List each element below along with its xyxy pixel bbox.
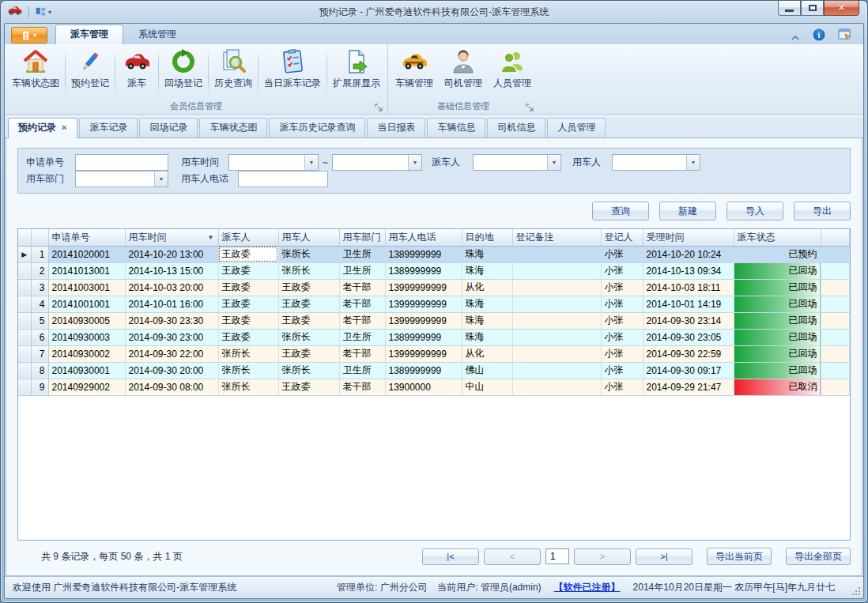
cell-accept_time[interactable]: 2014-10-01 14:19 [643,296,734,312]
cell-phone[interactable]: 1389999999 [385,246,462,262]
cell-accept_time[interactable]: 2014-10-03 18:11 [643,279,734,296]
cell-dept[interactable]: 卫生所 [339,262,385,279]
row-indicator-cell[interactable] [18,312,31,329]
last-page-button[interactable]: >| [636,548,693,565]
application-menu-button[interactable]: ▾ [11,27,47,43]
next-page-button[interactable]: > [574,548,631,565]
table-row[interactable]: 7201409300022014-09-30 22:00张所长王政委老干部139… [18,345,850,362]
cell-dest[interactable]: 珠海 [462,312,512,329]
cell-remark[interactable] [512,345,601,362]
cell-phone[interactable]: 1389999999 [385,329,462,345]
cell-apply_no[interactable]: 20140930003 [48,329,125,345]
dialog-launcher-icon[interactable] [375,103,383,111]
column-header-phone[interactable]: 用车人电话 [385,229,462,246]
cell-dept[interactable]: 老干部 [339,296,385,312]
cell-dispatcher[interactable]: 张所长 [218,345,278,362]
column-header-dest[interactable]: 目的地 [462,229,512,246]
row-number-cell[interactable]: 7 [31,345,48,362]
cell-use_time[interactable]: 2014-10-13 15:00 [125,262,218,279]
query-button[interactable]: 查询 [592,202,649,220]
return-register-button[interactable]: 回场登记 [159,46,208,100]
cell-remark[interactable] [512,379,601,395]
cell-apply_no[interactable]: 20140930002 [48,345,125,362]
cell-use_time[interactable]: 2014-09-30 08:00 [125,379,218,395]
use-time-from-combo[interactable]: ▼ [228,154,319,171]
cell-registrar[interactable]: 小张 [601,379,643,395]
cell-remark[interactable] [512,329,601,345]
column-header-dept[interactable]: 用车部门 [339,229,385,246]
dialog-launcher-icon[interactable] [526,103,534,111]
tab-personnel-management[interactable]: 人员管理 [547,118,606,138]
cell-user[interactable]: 张所长 [278,246,339,262]
tab-dispatch-records[interactable]: 派车记录 [79,118,138,138]
cell-user[interactable]: 张所长 [278,329,339,345]
prev-page-button[interactable]: < [484,548,541,565]
restore-button[interactable] [801,1,824,16]
cell-dest[interactable]: 珠海 [462,329,512,345]
cell-use_time[interactable]: 2014-10-03 20:00 [125,279,218,296]
vehicle-status-chart-button[interactable]: 车辆状态图 [6,46,65,100]
cell-dept[interactable]: 老干部 [339,279,385,296]
table-row[interactable]: 8201409300012014-09-30 20:00张所长张所长卫生所138… [18,362,850,379]
row-indicator-cell[interactable] [18,362,31,379]
cell-status[interactable]: 已回场 [734,312,821,329]
column-header-registrar[interactable]: 登记人 [601,229,643,246]
cell-status[interactable]: 已回场 [734,296,821,312]
table-row[interactable]: ▶1201410200012014-10-20 13:00王政委张所长卫生所13… [18,246,850,262]
quick-access-layout-icon[interactable]: ▾ [36,7,51,17]
cell-dest[interactable]: 珠海 [462,296,512,312]
skin-window-icon[interactable] [838,28,852,44]
cell-use_time[interactable]: 2014-09-30 20:00 [125,362,218,379]
cell-dispatcher[interactable]: 王政委 [218,246,278,262]
table-row[interactable]: 3201410030012014-10-03 20:00王政委王政委老干部139… [18,279,850,296]
cell-dest[interactable]: 珠海 [462,262,512,279]
first-page-button[interactable]: |< [422,548,479,565]
cell-dispatcher[interactable]: 王政委 [218,279,278,296]
extended-screen-button[interactable]: 扩展屏显示 [327,46,386,100]
close-button[interactable]: ✕ [824,1,859,16]
cell-accept_time[interactable]: 2014-10-13 09:34 [643,262,734,279]
cell-phone[interactable]: 13999999999 [385,296,462,312]
cell-dispatcher[interactable]: 张所长 [218,379,278,395]
cell-accept_time[interactable]: 2014-09-30 23:14 [643,312,734,329]
cell-status[interactable]: 已回场 [734,262,821,279]
row-number-cell[interactable]: 3 [31,279,48,296]
column-header-user[interactable]: 用车人 [278,229,339,246]
cell-accept_time[interactable]: 2014-09-30 23:05 [643,329,734,345]
table-row[interactable]: 4201410010012014-10-01 16:00王政委王政委老干部139… [18,296,850,312]
cell-dept[interactable]: 老干部 [339,379,385,395]
cell-dest[interactable]: 中山 [462,379,512,395]
dispatch-button[interactable]: 派车 [115,46,158,100]
column-header-use_time[interactable]: 用车时间▼ [125,229,218,246]
export-current-page-button[interactable]: 导出当前页 [707,548,772,565]
cell-dest[interactable]: 从化 [462,279,512,296]
row-number-cell[interactable]: 1 [31,246,48,262]
driver-management-button[interactable]: 司机管理 [439,46,488,100]
cell-user[interactable]: 王政委 [278,279,339,296]
cell-registrar[interactable]: 小张 [601,279,643,296]
personnel-management-button[interactable]: 人员管理 [488,46,537,100]
user-combo[interactable]: ▼ [612,154,700,171]
column-header-remark[interactable]: 登记备注 [512,229,601,246]
export-button[interactable]: 导出 [794,202,851,220]
minimize-button[interactable] [778,1,801,16]
cell-registrar[interactable]: 小张 [601,345,643,362]
cell-phone[interactable]: 13999999999 [385,279,462,296]
tab-daily-report[interactable]: 当日报表 [367,118,425,138]
create-button[interactable]: 新建 [659,202,716,220]
cell-phone[interactable]: 1389999999 [385,262,462,279]
cell-apply_no[interactable]: 20141020001 [48,246,125,262]
cell-status[interactable]: 已预约 [734,246,821,262]
tab-close-icon[interactable]: ✕ [61,123,67,132]
cell-phone[interactable]: 1389999999 [385,362,462,379]
ribbon-tab-system[interactable]: 系统管理 [123,24,191,44]
cell-dest[interactable]: 珠海 [462,246,512,262]
license-link[interactable]: 【软件已注册】 [554,581,621,594]
cell-phone[interactable]: 13900000 [385,379,462,395]
cell-status[interactable]: 已回场 [734,279,821,296]
cell-dept[interactable]: 老干部 [339,345,385,362]
page-number-input[interactable] [545,548,569,564]
cell-status[interactable]: 已回场 [734,362,821,379]
row-number-cell[interactable]: 6 [31,329,48,345]
cell-user[interactable]: 王政委 [278,379,339,395]
